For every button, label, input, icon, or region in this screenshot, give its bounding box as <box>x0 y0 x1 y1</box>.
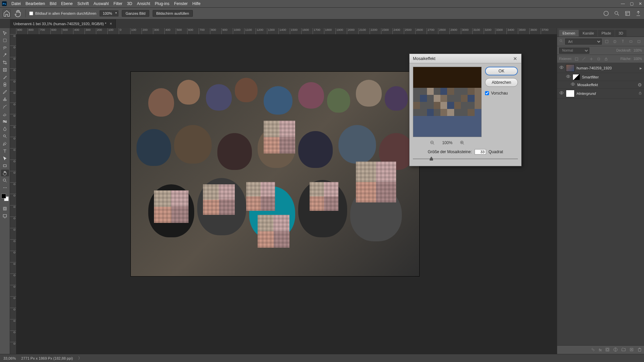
share-icon[interactable] <box>635 10 641 16</box>
group-layers-icon[interactable] <box>621 347 626 353</box>
new-layer-icon[interactable] <box>629 347 634 353</box>
dialog-titlebar[interactable]: Mosaikeffekt ✕ <box>410 54 521 63</box>
adjustment-layer-icon[interactable] <box>613 347 618 353</box>
eraser-tool[interactable] <box>1 111 9 117</box>
menu-edit[interactable]: Bearbeiten <box>25 1 45 6</box>
gradient-tool[interactable] <box>1 118 9 125</box>
preview-checkbox-input[interactable] <box>485 91 489 95</box>
zoom-level-select[interactable]: 100% ▾ <box>100 10 118 16</box>
zoom-tool[interactable] <box>1 177 9 184</box>
layer-row[interactable]: human-740259_1920 ▸ <box>557 63 644 73</box>
dodge-tool[interactable] <box>1 133 9 139</box>
scroll-all-windows-checkbox[interactable]: Bildlauf in allen Fenstern durchführen <box>29 11 96 15</box>
filter-entry-name[interactable]: Mosaikeffekt <box>577 83 636 87</box>
type-tool[interactable] <box>1 147 9 154</box>
eyedropper-tool[interactable] <box>1 74 9 80</box>
close-icon[interactable]: ✕ <box>638 1 643 6</box>
filter-pixel-icon[interactable] <box>604 39 610 45</box>
menu-image[interactable]: Bild <box>50 1 56 6</box>
tab-layers[interactable]: Ebenen <box>559 30 579 37</box>
move-tool[interactable] <box>1 29 9 36</box>
frame-tool[interactable] <box>1 66 9 73</box>
menu-view[interactable]: Ansicht <box>137 1 150 6</box>
fill-value[interactable]: 100% <box>633 57 642 61</box>
menu-select[interactable]: Auswahl <box>94 1 109 6</box>
color-swatch[interactable] <box>1 194 9 201</box>
filter-entry-row[interactable]: Mosaikeffekt ⚙ <box>557 81 644 88</box>
filter-shape-icon[interactable] <box>628 39 634 45</box>
cancel-button[interactable]: Abbrechen <box>485 78 518 87</box>
smart-filters-row[interactable]: Smartfilter <box>557 73 644 81</box>
layer-thumbnail[interactable] <box>566 90 575 97</box>
brush-tool[interactable] <box>1 88 9 95</box>
rectangle-tool[interactable] <box>1 162 9 169</box>
pen-tool[interactable] <box>1 140 9 147</box>
visibility-icon[interactable] <box>566 74 571 80</box>
healing-brush-tool[interactable] <box>1 81 9 88</box>
hand-tool[interactable] <box>1 170 9 176</box>
visibility-icon[interactable] <box>559 90 564 96</box>
lock-artboard-icon[interactable] <box>596 56 601 62</box>
document-tab[interactable]: Unbenannt-1 bei 33,1% (human-740259_1920… <box>10 19 116 28</box>
opacity-value[interactable]: 100% <box>633 49 642 52</box>
tab-paths[interactable]: Pfade <box>598 30 614 37</box>
visibility-icon[interactable] <box>571 82 575 87</box>
blur-tool[interactable] <box>1 125 9 132</box>
filter-smart-icon[interactable] <box>636 39 642 45</box>
menu-plugins[interactable]: Plug-ins <box>155 1 169 6</box>
menu-3d[interactable]: 3D <box>127 1 132 6</box>
ruler-horizontal[interactable]: 9008007006005004003002001000100200300400… <box>16 28 557 34</box>
status-docinfo[interactable]: 2771 Px x 1869 Px (182,88 ppi) <box>21 356 73 360</box>
fit-screen-button[interactable]: Ganzes Bild <box>122 10 149 17</box>
lock-position-icon[interactable] <box>581 56 587 62</box>
marquee-tool[interactable] <box>1 37 9 44</box>
menu-filter[interactable]: Filter <box>113 1 122 6</box>
cloud-docs-icon[interactable] <box>603 10 609 16</box>
layer-filter-type[interactable]: Art <box>565 39 602 45</box>
preview-checkbox[interactable]: Vorschau <box>485 91 518 96</box>
document-canvas[interactable] <box>131 72 419 276</box>
filter-type-icon[interactable]: T <box>620 39 626 45</box>
layer-style-icon[interactable]: fx <box>599 348 602 352</box>
minimize-icon[interactable]: — <box>621 1 625 6</box>
home-button[interactable] <box>3 9 11 17</box>
lock-move-icon[interactable] <box>589 56 594 62</box>
layer-thumbnail[interactable] <box>566 64 575 72</box>
link-layers-icon[interactable] <box>591 347 595 353</box>
search-icon[interactable] <box>614 10 620 16</box>
menu-type[interactable]: Schrift <box>77 1 89 6</box>
tab-3d[interactable]: 3D <box>615 30 627 37</box>
status-chevron-icon[interactable]: 〉 <box>78 356 82 361</box>
lasso-tool[interactable] <box>1 44 9 51</box>
layer-name[interactable]: Hintergrund <box>577 92 636 96</box>
edit-toolbar[interactable]: ⋯ <box>1 184 9 191</box>
quick-mask-tool[interactable] <box>1 205 9 212</box>
document-tab-close-icon[interactable]: × <box>110 21 112 26</box>
layer-name[interactable]: human-740259_1920 <box>577 66 638 70</box>
menu-file[interactable]: Datei <box>11 1 21 6</box>
dialog-preview[interactable] <box>413 67 482 137</box>
preview-zoom-in-icon[interactable] <box>459 140 465 146</box>
preview-zoom-out-icon[interactable] <box>429 140 435 146</box>
layer-mask-icon[interactable] <box>605 347 610 353</box>
foreground-color[interactable] <box>1 194 6 198</box>
crop-tool[interactable] <box>1 59 9 66</box>
screen-mode-tool[interactable] <box>1 213 9 219</box>
dialog-close-icon[interactable]: ✕ <box>513 56 518 61</box>
cell-size-slider[interactable] <box>413 157 518 161</box>
menu-help[interactable]: Hilfe <box>193 1 201 6</box>
ruler-vertical[interactable]: 0000000000000000000000000000 <box>10 34 16 354</box>
maximize-icon[interactable]: ▢ <box>629 1 634 6</box>
history-brush-tool[interactable] <box>1 103 9 110</box>
smart-filter-mask-thumbnail[interactable] <box>573 74 580 80</box>
menu-layer[interactable]: Ebene <box>61 1 73 6</box>
workspace-icon[interactable] <box>625 10 631 16</box>
ok-button[interactable]: OK <box>485 67 518 75</box>
magic-wand-tool[interactable] <box>1 52 9 58</box>
filter-adjust-icon[interactable] <box>612 39 618 45</box>
menu-window[interactable]: Fenster <box>174 1 188 6</box>
delete-layer-icon[interactable] <box>637 347 642 353</box>
lock-pixels-icon[interactable] <box>574 56 579 62</box>
filter-blending-icon[interactable]: ⚙ <box>638 82 642 87</box>
scroll-all-windows-input[interactable] <box>29 11 33 15</box>
